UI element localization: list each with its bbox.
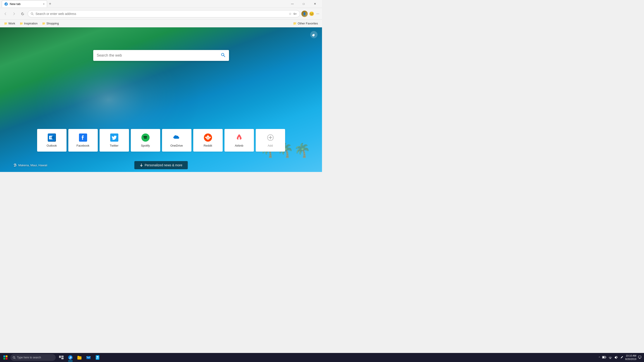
forward-button[interactable]	[10, 10, 18, 18]
quick-link-reddit-label: Reddit	[204, 144, 212, 147]
forward-icon	[12, 12, 16, 16]
svg-point-19	[210, 137, 211, 138]
svg-rect-8	[52, 136, 54, 139]
svg-point-14	[206, 136, 210, 140]
quick-link-spotify[interactable]: Spotify	[131, 129, 160, 152]
news-button-label: Personalized news & more	[144, 163, 182, 167]
close-button[interactable]: ✕	[310, 0, 320, 8]
svg-line-2	[32, 14, 34, 15]
quick-links: O Outlook Facebook Twitter	[37, 129, 285, 152]
address-icons: ☆ ⧉▾	[288, 12, 297, 16]
facebook-icon	[79, 134, 87, 142]
bookmark-inspiration-label: Inspiration	[24, 22, 38, 25]
quick-link-spotify-label: Spotify	[141, 144, 150, 147]
back-icon	[4, 12, 7, 16]
edge-tab-icon	[4, 2, 8, 6]
search-container	[93, 50, 229, 61]
reddit-icon	[204, 134, 212, 142]
quick-link-airbnb-label: Airbnb	[235, 144, 244, 147]
address-input[interactable]	[36, 12, 286, 16]
add-icon	[266, 134, 274, 142]
bing-info: ℬ Makena, Maui, Hawaii	[14, 163, 47, 168]
refresh-button[interactable]	[19, 10, 26, 18]
search-submit-button[interactable]	[221, 53, 226, 58]
quick-link-onedrive[interactable]: OneDrive	[162, 129, 192, 152]
quick-link-onedrive-label: OneDrive	[170, 144, 183, 147]
search-submit-icon	[221, 53, 226, 57]
gear-icon	[312, 32, 316, 37]
profile-avatar[interactable]: 👤	[302, 11, 308, 17]
quick-link-twitter[interactable]: Twitter	[100, 129, 129, 152]
svg-line-5	[224, 56, 225, 57]
new-tab-button[interactable]: +	[47, 2, 53, 6]
quick-link-airbnb[interactable]: Airbnb	[224, 129, 254, 152]
airbnb-icon	[235, 134, 243, 142]
maximize-button[interactable]: □	[298, 0, 309, 8]
quick-link-reddit[interactable]: Reddit	[193, 129, 223, 152]
location-label: Makena, Maui, Hawaii	[18, 164, 47, 167]
quick-link-facebook[interactable]: Facebook	[68, 129, 98, 152]
bookmark-shopping[interactable]: 📁 Shopping	[40, 21, 61, 26]
quick-link-twitter-label: Twitter	[110, 144, 118, 147]
other-favorites-label: Other Favorites	[298, 22, 318, 25]
quick-link-add-label: Add	[268, 144, 273, 147]
main-content: 🌴🌴🌴 O	[0, 28, 322, 172]
bookmark-work-label: Work	[8, 22, 15, 25]
more-button[interactable]: ···	[316, 11, 320, 17]
arrow-down-icon	[140, 164, 143, 167]
quick-link-facebook-label: Facebook	[76, 144, 90, 147]
other-favorites[interactable]: 📁 Other Favorites	[291, 21, 320, 26]
twitter-icon	[110, 134, 118, 142]
search-icon	[30, 12, 34, 16]
svg-point-1	[31, 13, 33, 14]
bookmark-inspiration[interactable]: 📁 Inspiration	[18, 21, 39, 26]
quick-link-outlook[interactable]: O Outlook	[37, 129, 66, 152]
navigation-bar: ☆ ⧉▾ 👤 😊 ···	[0, 8, 322, 20]
title-bar: New tab × + — □ ✕	[0, 0, 322, 8]
address-bar[interactable]: ☆ ⧉▾	[28, 10, 300, 18]
bing-logo: ℬ	[14, 163, 16, 168]
folder-icon: 📁	[4, 22, 8, 25]
tab-area: New tab × +	[2, 0, 287, 8]
svg-point-16	[208, 137, 209, 138]
folder-icon: 📁	[20, 22, 23, 25]
folder-icon: 📁	[293, 22, 297, 25]
onedrive-icon	[173, 134, 181, 142]
tab-label: New tab	[10, 2, 20, 6]
svg-point-20	[205, 137, 206, 138]
emoji-button[interactable]: 😊	[309, 11, 314, 16]
bookmarks-right: 📁 Other Favorites	[291, 21, 320, 26]
svg-text:O: O	[50, 136, 52, 139]
web-search-input[interactable]	[97, 54, 221, 58]
quick-link-add[interactable]: Add	[256, 129, 285, 152]
collections-icon[interactable]: ⧉▾	[293, 12, 297, 16]
folder-icon: 📁	[42, 22, 46, 25]
outlook-icon: O	[48, 134, 56, 142]
spotify-icon	[142, 134, 150, 142]
quick-link-outlook-label: Outlook	[46, 144, 57, 147]
bookmarks-bar: 📁 Work 📁 Inspiration 📁 Shopping 📁 Other …	[0, 20, 322, 28]
tab-close-btn[interactable]: ×	[43, 2, 44, 6]
back-button[interactable]	[2, 10, 9, 18]
active-tab[interactable]: New tab ×	[2, 0, 47, 7]
bookmark-shopping-label: Shopping	[46, 22, 59, 25]
minimize-button[interactable]: —	[287, 0, 298, 8]
settings-gear-button[interactable]	[310, 31, 318, 38]
bookmark-work[interactable]: 📁 Work	[2, 21, 17, 26]
window-controls: — □ ✕	[287, 0, 320, 8]
search-box	[93, 50, 229, 61]
refresh-icon	[21, 12, 24, 16]
favorites-icon[interactable]: ☆	[288, 12, 292, 16]
personalized-news-button[interactable]: Personalized news & more	[134, 161, 188, 169]
svg-point-15	[207, 137, 208, 138]
svg-point-17	[207, 135, 208, 136]
